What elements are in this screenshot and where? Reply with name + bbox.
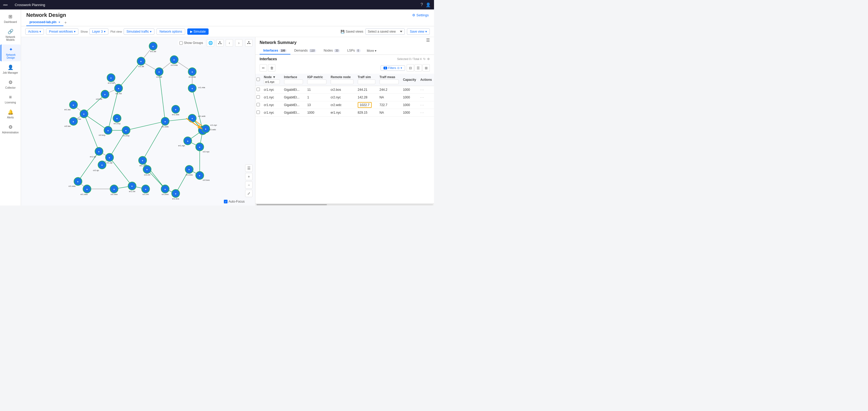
sidebar-item-administration[interactable]: ⚙ Administration [1, 122, 21, 136]
map-area[interactable]: Show Groups 🌐 ‹ › [21, 37, 255, 206]
sidebar-item-network-models[interactable]: 🔗 Network Models [1, 27, 21, 43]
zoom-out-btn[interactable]: − [245, 181, 252, 189]
node-cr2bos[interactable]: ✦ cr2.bos [196, 172, 210, 181]
topology-icon-btn[interactable] [216, 39, 224, 47]
row-checkbox[interactable] [256, 111, 260, 114]
row-checkbox-cell[interactable] [255, 109, 262, 117]
node-cr2sea[interactable]: ✦ cr2.sea [110, 185, 118, 196]
th-traff-sim[interactable]: Traff sim [355, 74, 377, 86]
row-actions-cell[interactable]: ··· [418, 94, 434, 101]
sidebar-item-job-manager[interactable]: 👤 Job Manager [1, 62, 21, 76]
node-cr2hst[interactable]: ✦ cr2.hst [96, 90, 109, 100]
refresh-icon[interactable]: ↻ [423, 57, 426, 61]
network-map-svg[interactable]: ✦ er1.atl ✦ cr1.atl ✦ cr2.atl [21, 37, 255, 206]
node-cr2atl[interactable]: ✦ cr2.atl [155, 68, 163, 79]
th-traff-meas[interactable]: Traff meas [377, 74, 401, 86]
node-cr1kcy[interactable]: ✦ cr1.kcy [122, 126, 130, 137]
node-cr1mia[interactable]: ✦ cr1.mia [188, 84, 205, 92]
traff-sim-filter-input[interactable] [358, 80, 375, 84]
node-er1chi[interactable]: ✦ er1.chi [138, 156, 147, 167]
node-er1mia[interactable]: ✦ er1.mia [188, 68, 196, 79]
row-checkbox-cell[interactable] [255, 94, 262, 101]
node-cr2kcy[interactable]: ✦ cr2.kcy [99, 126, 112, 136]
node-er1chi2[interactable]: ✦ er1.chi [128, 182, 136, 193]
filter-rows-icon[interactable]: ⊟ [407, 64, 414, 71]
traff-meas-filter-input[interactable] [379, 80, 399, 84]
th-igp[interactable]: IGP metric [305, 74, 329, 86]
node-cr2chi[interactable]: ✦ cr2.chi [143, 166, 151, 176]
list-view-icon[interactable]: ☰ [414, 64, 422, 71]
node-cr1chi[interactable]: ✦ cr1.chi [142, 185, 150, 196]
select-all-checkbox[interactable] [256, 78, 260, 81]
horizontal-scrollbar[interactable] [255, 203, 434, 206]
row-checkbox[interactable] [256, 88, 260, 91]
saved-view-select[interactable]: Select a saved view [365, 28, 405, 35]
tab-processed-lab[interactable]: processed-lab.pln × [26, 19, 63, 26]
th-capacity[interactable]: Capacity [401, 74, 418, 86]
interface-filter-input[interactable] [284, 80, 303, 84]
show-groups-input[interactable] [179, 41, 183, 45]
row-actions-cell[interactable]: ··· [418, 101, 434, 109]
node-er1sjc[interactable]: ✦ er1.sjc [90, 147, 103, 158]
panel-list-view-icon[interactable]: ☰ [426, 38, 430, 42]
node-cr1hst[interactable]: ✦ cr1.hst [115, 84, 123, 95]
node-cr1bos[interactable]: ✦ cr1.bos [161, 185, 169, 196]
th-interface[interactable]: Interface [282, 74, 305, 86]
settings-cog-icon[interactable]: ⚙ [427, 57, 430, 61]
network-options-button[interactable]: Network options [156, 28, 185, 35]
globe-icon-btn[interactable]: 🌐 [207, 39, 214, 47]
show-groups-checkbox[interactable]: Show Groups [178, 40, 205, 45]
node-er1lax[interactable]: ✦ er1.lax [64, 101, 77, 111]
zoom-in-btn[interactable]: + [245, 173, 252, 180]
node-er1atl[interactable]: ✦ er1.atl [149, 42, 157, 53]
node-cr2lax[interactable]: ✦ cr2.lax [64, 117, 77, 127]
node-er1nyc[interactable]: ✦ er1.nyc [178, 137, 192, 147]
tab-add-icon[interactable]: + [64, 20, 67, 25]
settings-link[interactable]: ⚙ Settings [412, 13, 429, 17]
tab-lsps[interactable]: LSPs 0 [343, 47, 364, 55]
node-cr1atl[interactable]: ✦ cr1.atl [137, 57, 145, 68]
node-er1wdc[interactable]: ✦ er1.wdc [172, 105, 180, 116]
sidebar-item-dashboard[interactable]: ⊞ Dashboard [1, 11, 21, 26]
row-actions-cell[interactable]: ··· [418, 109, 434, 117]
help-icon[interactable]: ? [421, 2, 423, 7]
tab-interfaces[interactable]: Interfaces 100 [259, 47, 290, 55]
node-er1hst[interactable]: ✦ er1.hst [107, 74, 115, 84]
columns-icon[interactable]: ⊞ [423, 64, 430, 71]
row-checkbox-cell[interactable] [255, 101, 262, 109]
tab-nodes[interactable]: Nodes 33 [320, 47, 343, 55]
igp-filter-input[interactable] [307, 80, 327, 84]
edit-icon-btn[interactable]: ✏ [259, 64, 267, 71]
sidebar-item-network-design[interactable]: ✦ Network Design [1, 45, 21, 61]
node-er1bos3[interactable]: ✦ er1.bos [172, 189, 180, 200]
sidebar-item-alerts[interactable]: 🔔 Alerts [1, 107, 21, 121]
next-icon-btn[interactable]: › [235, 39, 243, 47]
th-remote[interactable]: Remote node [329, 74, 355, 86]
row-checkbox[interactable] [256, 95, 260, 99]
node-er1bos[interactable]: ✦ er1.bos [185, 166, 193, 176]
row-checkbox-cell[interactable] [255, 86, 262, 94]
simulated-traffic-button[interactable]: Simulated traffic ▾ [124, 28, 155, 35]
th-node[interactable]: Node ▼ [262, 74, 282, 86]
filters-button[interactable]: 1 Filters ⊙ ▾ [381, 65, 405, 71]
remote-filter-input[interactable] [331, 80, 353, 84]
layer3-button[interactable]: Layer 3 ▾ [89, 28, 108, 35]
delete-icon-btn[interactable]: 🗑 [268, 64, 275, 71]
tab-close-icon[interactable]: × [59, 21, 60, 24]
sidebar-item-licensing[interactable]: ≡ Licensing [1, 92, 21, 106]
row-actions-cell[interactable]: ··· [418, 86, 434, 94]
sidebar-item-collector[interactable]: ⚙ Collector [1, 77, 21, 91]
preset-workflows-button[interactable]: Preset workflows ▾ [46, 28, 79, 35]
simulate-button[interactable]: ▶ Simulate [187, 28, 209, 35]
user-icon[interactable]: 👤 [426, 2, 431, 7]
node-cr1wdc[interactable]: ✦ cr1.wdc [161, 117, 169, 128]
list-icon-btn[interactable]: ☰ [245, 165, 252, 172]
hierarchy-icon-btn[interactable] [245, 39, 252, 47]
node-cr2mia[interactable]: ✦ cr2.mia [170, 56, 178, 66]
node-filter-input[interactable] [264, 80, 280, 84]
expand-btn[interactable]: ⤢ [245, 190, 252, 197]
prev-icon-btn[interactable]: ‹ [226, 39, 233, 47]
node-cr2nyc[interactable]: ✦ cr2.nyc [196, 143, 209, 153]
save-view-button[interactable]: Save view ▾ [407, 28, 430, 35]
tab-demands[interactable]: Demands 110 [290, 47, 320, 55]
